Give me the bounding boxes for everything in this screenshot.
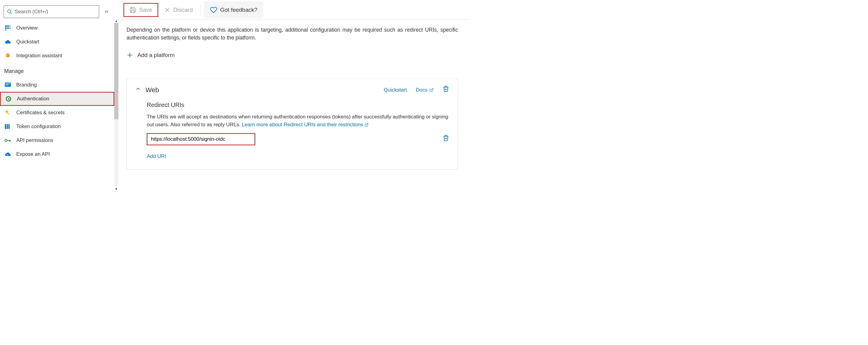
svg-rect-4 bbox=[5, 27, 7, 29]
sidebar-item-label: Authentication bbox=[17, 96, 50, 102]
redirect-uris-description: The URIs we will accept as destinations … bbox=[147, 113, 449, 128]
sidebar-item-quickstart[interactable]: Quickstart bbox=[0, 35, 114, 49]
svg-line-1 bbox=[10, 12, 12, 14]
svg-rect-16 bbox=[5, 124, 6, 129]
scroll-down-arrow[interactable]: ▼ bbox=[114, 187, 118, 191]
intro-text: Depending on the platform or device this… bbox=[127, 26, 458, 42]
nav-group-manage: Manage bbox=[0, 63, 114, 78]
delete-uri-button[interactable] bbox=[442, 135, 449, 144]
sidebar-item-integration-assistant[interactable]: Integration assistant bbox=[0, 49, 114, 63]
svg-rect-8 bbox=[5, 30, 7, 31]
sidebar: Overview Quickstart Integration assistan… bbox=[0, 0, 115, 345]
sidebar-item-api-permissions[interactable]: API permissions bbox=[0, 133, 114, 147]
card-title: Web bbox=[146, 85, 379, 95]
close-icon bbox=[164, 7, 170, 13]
add-platform-label: Add a platform bbox=[137, 51, 175, 60]
redirect-uris-title: Redirect URIs bbox=[147, 100, 449, 109]
token-icon bbox=[4, 123, 11, 130]
sidebar-item-expose-api[interactable]: Expose an API bbox=[0, 147, 114, 161]
svg-point-0 bbox=[7, 10, 11, 13]
toolbar: Save Discard Got feedback? bbox=[115, 0, 470, 20]
svg-rect-11 bbox=[5, 84, 10, 84]
main: Save Discard Got feedback? Depending on … bbox=[115, 0, 470, 345]
search-box[interactable] bbox=[4, 5, 99, 18]
collapse-card-button[interactable] bbox=[135, 86, 141, 94]
svg-rect-18 bbox=[8, 124, 10, 129]
content: Depending on the platform or device this… bbox=[115, 20, 470, 182]
add-uri-button[interactable]: Add URI bbox=[147, 153, 449, 160]
sidebar-item-overview[interactable]: Overview bbox=[0, 21, 114, 35]
discard-label: Discard bbox=[173, 7, 192, 13]
add-platform-button[interactable]: Add a platform bbox=[127, 50, 175, 61]
sidebar-item-label: Overview bbox=[16, 25, 38, 31]
sidebar-item-label: Quickstart bbox=[16, 39, 39, 45]
save-icon bbox=[129, 7, 136, 13]
svg-point-19 bbox=[5, 139, 7, 141]
learn-more-link[interactable]: Learn more about Redirect URIs and their… bbox=[242, 122, 369, 127]
sidebar-item-branding[interactable]: Branding bbox=[0, 78, 114, 92]
sidebar-scrollbar[interactable] bbox=[114, 23, 118, 186]
cloud-icon bbox=[4, 38, 11, 45]
sidebar-item-token-configuration[interactable]: Token configuration bbox=[0, 120, 114, 133]
delete-platform-button[interactable] bbox=[442, 86, 449, 94]
overview-icon bbox=[4, 24, 11, 32]
trash-icon bbox=[442, 86, 449, 92]
chevron-double-left-icon bbox=[104, 9, 110, 14]
redirect-uri-row bbox=[147, 133, 449, 145]
sidebar-scroll-thumb[interactable] bbox=[114, 23, 118, 119]
svg-line-29 bbox=[366, 123, 368, 125]
feedback-button[interactable]: Got feedback? bbox=[204, 1, 264, 19]
sidebar-item-label: API permissions bbox=[16, 137, 53, 144]
branding-icon bbox=[4, 81, 11, 89]
svg-rect-12 bbox=[5, 85, 8, 85]
svg-rect-5 bbox=[7, 27, 9, 29]
feedback-label: Got feedback? bbox=[220, 7, 257, 13]
expose-api-icon bbox=[4, 151, 11, 158]
save-label: Save bbox=[139, 7, 152, 13]
quickstart-link[interactable]: Quickstart bbox=[384, 86, 407, 94]
toolbar-separator bbox=[200, 5, 201, 15]
scroll-up-arrow[interactable]: ▲ bbox=[114, 19, 118, 23]
save-button[interactable]: Save bbox=[124, 3, 158, 17]
svg-rect-15 bbox=[7, 112, 9, 115]
sidebar-item-label: Branding bbox=[16, 82, 37, 88]
docs-link[interactable]: Docs bbox=[416, 86, 434, 94]
learn-more-link-text: Learn more about Redirect URIs and their… bbox=[242, 122, 363, 127]
external-link-icon bbox=[429, 88, 434, 92]
plus-icon bbox=[127, 52, 133, 58]
key-icon bbox=[4, 109, 11, 116]
search-input[interactable] bbox=[15, 9, 96, 15]
sidebar-item-label: Integration assistant bbox=[16, 53, 62, 59]
discard-button[interactable]: Discard bbox=[159, 4, 197, 16]
chevron-up-icon bbox=[135, 86, 141, 92]
external-link-icon bbox=[365, 123, 369, 127]
heart-icon bbox=[210, 6, 217, 13]
svg-point-23 bbox=[6, 154, 8, 155]
api-permissions-icon bbox=[4, 137, 11, 144]
sidebar-item-label: Certificates & secrets bbox=[16, 110, 65, 116]
search-icon bbox=[7, 9, 12, 14]
sidebar-item-certificates-secrets[interactable]: Certificates & secrets bbox=[0, 106, 114, 120]
svg-line-28 bbox=[431, 88, 433, 90]
redirect-uri-input[interactable] bbox=[147, 133, 255, 145]
sidebar-item-authentication[interactable]: Authentication bbox=[0, 92, 114, 106]
trash-icon bbox=[442, 135, 449, 141]
svg-rect-6 bbox=[9, 25, 10, 27]
svg-rect-7 bbox=[9, 27, 10, 29]
rocket-icon bbox=[4, 52, 11, 59]
svg-rect-3 bbox=[7, 25, 9, 27]
web-platform-card: Web Quickstart Docs Redirect URIs bbox=[127, 79, 458, 170]
svg-rect-2 bbox=[5, 25, 7, 27]
sidebar-item-label: Expose an API bbox=[16, 151, 50, 157]
sidebar-item-label: Token configuration bbox=[16, 124, 61, 130]
auth-icon bbox=[5, 95, 12, 102]
svg-rect-17 bbox=[7, 124, 8, 129]
docs-link-label: Docs bbox=[416, 86, 428, 94]
svg-point-9 bbox=[7, 55, 8, 56]
collapse-sidebar-button[interactable] bbox=[103, 8, 111, 16]
